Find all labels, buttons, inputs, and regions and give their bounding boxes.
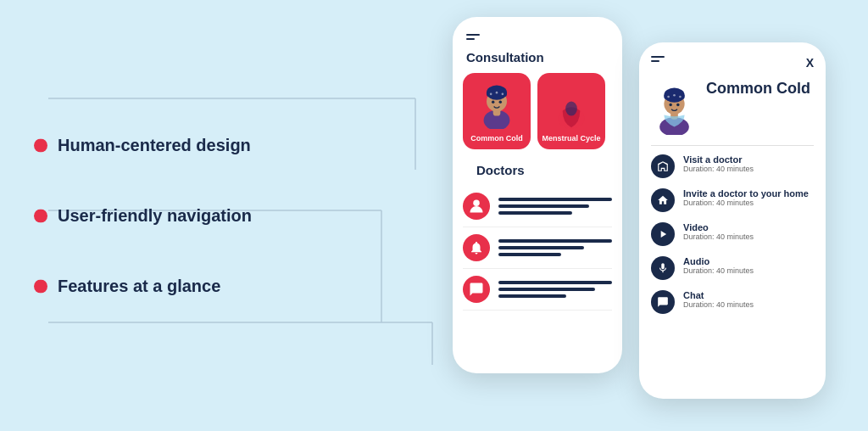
svg-point-13 <box>502 93 504 96</box>
option-name-audio: Audio <box>683 256 754 266</box>
feature-dot-3 <box>34 279 47 293</box>
svg-point-18 <box>473 200 480 207</box>
option-audio[interactable]: Audio Duration: 40 minutes <box>651 256 814 280</box>
home-icon <box>651 188 675 212</box>
feature-item-3: Features at a glance <box>34 277 252 296</box>
doctor-info-1 <box>498 198 612 215</box>
mic-icon <box>651 256 675 280</box>
building-icon <box>651 154 675 178</box>
features-list: Human-centered design User-friendly navi… <box>34 136 252 296</box>
option-text-visit: Visit a doctor Duration: 40 minutes <box>683 154 754 173</box>
doctors-title: Doctors <box>463 160 612 186</box>
option-invite-doctor[interactable]: Invite a doctor to your home Duration: 4… <box>651 188 814 212</box>
option-video[interactable]: Video Duration: 40 minutes <box>651 222 814 246</box>
option-text-chat: Chat Duration: 40 minutes <box>683 290 754 309</box>
hamburger-icon[interactable] <box>466 34 480 40</box>
phone-main: Men Woman Kids Consultation <box>453 17 622 373</box>
feature-item-2: User-friendly navigation <box>34 206 252 226</box>
doctor-info-2 <box>498 239 612 256</box>
person-icon <box>469 199 484 214</box>
feature-label-2: User-friendly navigation <box>58 206 252 226</box>
option-name-chat: Chat <box>683 290 754 300</box>
options-list: Visit a doctor Duration: 40 minutes Invi… <box>639 154 826 314</box>
detail-patient-avatar <box>651 80 698 135</box>
feature-dot-1 <box>34 138 47 152</box>
detail-title-section: Common Cold <box>639 80 826 145</box>
option-duration-chat: Duration: 40 minutes <box>683 300 754 309</box>
card-menstrual-cycle[interactable]: Menstrual Cycle <box>537 73 605 149</box>
option-name-video: Video <box>683 222 754 232</box>
cards-row: Common Cold Menstrual Cycle <box>453 73 622 149</box>
option-duration-visit: Duration: 40 minutes <box>683 165 754 173</box>
chat-icon <box>651 290 675 314</box>
svg-point-11 <box>490 93 492 96</box>
card-menstrual-cycle-label: Menstrual Cycle <box>542 134 600 143</box>
svg-point-26 <box>679 96 682 98</box>
detail-title: Common Cold <box>706 80 810 98</box>
detail-menu-icon[interactable] <box>651 56 665 62</box>
svg-point-28 <box>676 104 679 106</box>
doctor-avatar-1 <box>463 193 490 220</box>
phone-header <box>453 27 622 47</box>
feature-item-1: Human-centered design <box>34 136 252 155</box>
svg-point-25 <box>673 94 676 97</box>
consultation-title: Consultation <box>453 47 622 73</box>
option-name-invite: Invite a doctor to your home <box>683 188 809 199</box>
doctor-avatar-2 <box>463 234 490 261</box>
play-icon <box>651 222 675 246</box>
option-text-audio: Audio Duration: 40 minutes <box>683 256 754 275</box>
doctor-row-3 <box>463 269 612 311</box>
option-visit-doctor[interactable]: Visit a doctor Duration: 40 minutes <box>651 154 814 178</box>
feature-dot-2 <box>34 209 47 222</box>
doctor-row-2 <box>463 227 612 269</box>
card-common-cold-label: Common Cold <box>470 134 523 143</box>
svg-point-14 <box>492 101 494 104</box>
option-text-invite: Invite a doctor to your home Duration: 4… <box>683 188 809 207</box>
option-text-video: Video Duration: 40 minutes <box>683 222 754 241</box>
card-common-cold[interactable]: Common Cold <box>463 73 531 149</box>
svg-point-24 <box>667 96 670 98</box>
chat-icon-small <box>469 282 484 297</box>
avatar-common-cold <box>474 78 520 129</box>
detail-header: X <box>639 53 826 80</box>
feature-label-1: Human-centered design <box>58 136 251 155</box>
avatar-menstrual-cycle <box>548 78 595 129</box>
phone-detail: X <box>639 42 826 399</box>
option-duration-audio: Duration: 40 minutes <box>683 266 754 275</box>
option-duration-invite: Duration: 40 minutes <box>683 199 809 207</box>
feature-label-3: Features at a glance <box>58 277 220 296</box>
svg-point-17 <box>565 101 577 115</box>
option-name-visit: Visit a doctor <box>683 154 754 165</box>
bell-icon <box>469 240 484 255</box>
option-chat[interactable]: Chat Duration: 40 minutes <box>651 290 814 314</box>
close-button[interactable]: X <box>806 56 814 70</box>
doctor-row-1 <box>463 186 612 227</box>
divider <box>651 145 814 146</box>
svg-point-12 <box>496 92 498 94</box>
doctor-avatar-3 <box>463 276 490 303</box>
phones-container: Men Woman Kids Consultation <box>453 17 826 399</box>
svg-point-15 <box>499 101 502 104</box>
svg-point-27 <box>669 104 671 106</box>
page-container: Human-centered design User-friendly navi… <box>0 0 868 431</box>
doctors-section: Doctors <box>453 160 622 311</box>
doctor-info-3 <box>498 281 612 298</box>
option-duration-video: Duration: 40 minutes <box>683 232 754 241</box>
